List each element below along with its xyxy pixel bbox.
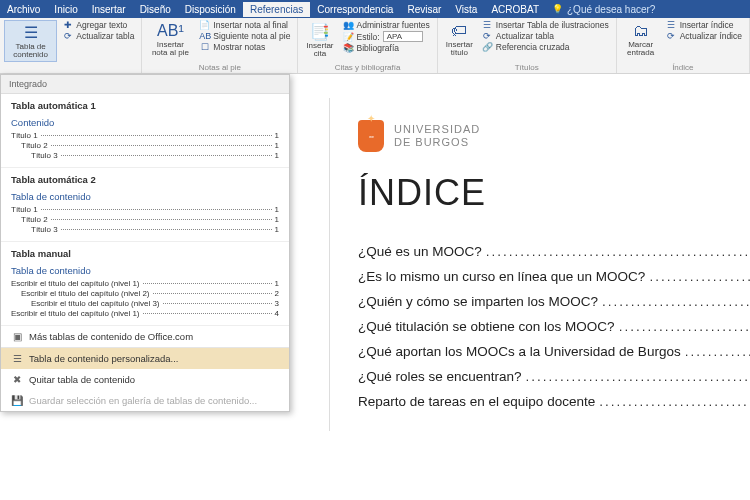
- add-text-label: Agregar texto: [76, 20, 127, 30]
- citation-icon: 📑: [310, 22, 330, 41]
- doc-toc-entry: ¿Qué es un MOOC?........................…: [358, 244, 750, 259]
- gallery-manual-subtitle: Tabla de contenido: [11, 265, 279, 276]
- document-title: ÍNDICE: [358, 172, 750, 214]
- manage-sources-label: Administrar fuentes: [357, 20, 430, 30]
- refresh-icon: ⟳: [666, 31, 677, 41]
- menu-referencias[interactable]: Referencias: [243, 2, 310, 17]
- insert-caption-button[interactable]: 🏷 Insertar título: [442, 20, 477, 59]
- doc-toc-entry: ¿Qué aportan los MOOCs a la Universidad …: [358, 344, 750, 359]
- ribbon-group-citations: 📑 Insertar cita 👥Administrar fuentes 📝Es…: [298, 18, 437, 73]
- toc-preview-line: Escribir el título del capítulo (nivel 1…: [11, 309, 279, 318]
- figures-icon: ☰: [482, 20, 493, 30]
- bibliography-button[interactable]: 📚Bibliografía: [340, 43, 433, 53]
- refresh-icon: ⟳: [482, 31, 493, 41]
- office-icon: ▣: [11, 331, 23, 342]
- crossref-label: Referencia cruzada: [496, 42, 570, 52]
- insert-citation-label: Insertar cita: [306, 42, 333, 58]
- toc-dropdown: Integrado Tabla automática 1 Contenido T…: [0, 74, 290, 412]
- more-toc-button[interactable]: ▣Más tablas de contenido de Office.com: [1, 326, 289, 347]
- toc-preview-line: Escribir el título del capítulo (nivel 1…: [11, 279, 279, 288]
- insert-footnote-button[interactable]: AB¹ Insertar nota al pie: [146, 20, 194, 59]
- doc-toc-entry: ¿Es lo mismo un curso en línea que un MO…: [358, 269, 750, 284]
- mark-entry-button[interactable]: 🗂 Marcar entrada: [621, 20, 661, 59]
- index-group-label: Índice: [621, 62, 745, 72]
- ribbon: ☰ Tabla de contenido ✚Agregar texto ⟳Act…: [0, 18, 750, 74]
- mark-icon: 🗂: [633, 22, 649, 40]
- ribbon-group-toc: ☰ Tabla de contenido ✚Agregar texto ⟳Act…: [0, 18, 142, 73]
- cross-reference-button[interactable]: 🔗Referencia cruzada: [479, 42, 612, 52]
- doc-toc-entry: ¿Qué roles se encuentran?...............…: [358, 369, 750, 384]
- toc-preview-line: Título 11: [11, 205, 279, 214]
- menu-disposición[interactable]: Disposición: [178, 2, 243, 17]
- index-icon: ☰: [666, 20, 677, 30]
- more-toc-label: Más tablas de contenido de Office.com: [29, 331, 193, 342]
- save-icon: 💾: [11, 395, 23, 406]
- insert-index-label: Insertar índice: [680, 20, 734, 30]
- insert-endnote-button[interactable]: 📄Insertar nota al final: [196, 20, 293, 30]
- manage-sources-button[interactable]: 👥Administrar fuentes: [340, 20, 433, 30]
- mark-entry-label: Marcar entrada: [625, 41, 657, 57]
- dropdown-header: Integrado: [1, 75, 289, 94]
- style-label: Estilo:: [357, 32, 380, 42]
- custom-toc-button[interactable]: ☰Tabla de contenido personalizada...: [1, 348, 289, 369]
- menu-revisar[interactable]: Revisar: [400, 2, 448, 17]
- update-index-button[interactable]: ⟳Actualizar índice: [663, 31, 745, 41]
- update-toc-label: Actualizar tabla: [76, 31, 134, 41]
- caption-icon: 🏷: [451, 22, 467, 40]
- toc-preview-line: Título 11: [11, 131, 279, 140]
- toc-preview-line: Escribir el título del capítulo (nivel 3…: [11, 299, 279, 308]
- university-header: ◦◦◦ UNIVERSIDAD DE BURGOS: [358, 120, 750, 152]
- main-menu: ArchivoInicioInsertarDiseñoDisposiciónRe…: [0, 2, 546, 17]
- remove-toc-button[interactable]: ✖Quitar tabla de contenido: [1, 369, 289, 390]
- sources-icon: 👥: [343, 20, 354, 30]
- lightbulb-icon: 💡: [552, 4, 563, 14]
- gallery-auto1-title: Tabla automática 1: [11, 100, 279, 111]
- next-footnote-button[interactable]: ABSiguiente nota al pie: [196, 31, 293, 41]
- doc-toc-entry: ¿Qué titulación se obtiene con los MOOC?…: [358, 319, 750, 334]
- shield-icon: ◦◦◦: [358, 120, 384, 152]
- gallery-manual[interactable]: Tabla manual Tabla de contenido Escribir…: [1, 242, 289, 326]
- save-toc-button: 💾Guardar selección en galería de tablas …: [1, 390, 289, 411]
- ribbon-group-footnotes: AB¹ Insertar nota al pie 📄Insertar nota …: [142, 18, 298, 73]
- bibliography-label: Bibliografía: [357, 43, 400, 53]
- menu-diseño[interactable]: Diseño: [133, 2, 178, 17]
- menu-insertar[interactable]: Insertar: [85, 2, 133, 17]
- next-footnote-label: Siguiente nota al pie: [213, 31, 290, 41]
- citations-group-label: Citas y bibliografía: [302, 62, 432, 72]
- style-icon: 📝: [343, 32, 354, 42]
- captions-group-label: Títulos: [442, 62, 612, 72]
- ribbon-group-captions: 🏷 Insertar título ☰Insertar Tabla de ilu…: [438, 18, 617, 73]
- insert-index-button[interactable]: ☰Insertar índice: [663, 20, 745, 30]
- plus-icon: ✚: [62, 20, 73, 30]
- add-text-button[interactable]: ✚Agregar texto: [59, 20, 137, 30]
- bib-icon: 📚: [343, 43, 354, 53]
- gallery-auto1[interactable]: Tabla automática 1 Contenido Título 11Tí…: [1, 94, 289, 168]
- toc-preview-line: Escribir el título del capítulo (nivel 2…: [11, 289, 279, 298]
- doc-toc-entry: Reparto de tareas en el equipo docente..…: [358, 394, 750, 409]
- style-select[interactable]: 📝Estilo: APA: [340, 31, 433, 42]
- ribbon-group-index: 🗂 Marcar entrada ☰Insertar índice ⟳Actua…: [617, 18, 750, 73]
- menu-inicio[interactable]: Inicio: [47, 2, 84, 17]
- gallery-auto2-title: Tabla automática 2: [11, 174, 279, 185]
- university-line1: UNIVERSIDAD: [394, 123, 480, 136]
- insert-citation-button[interactable]: 📑 Insertar cita: [302, 20, 337, 60]
- toc-preview-line: Título 31: [11, 151, 279, 160]
- menu-archivo[interactable]: Archivo: [0, 2, 47, 17]
- show-notes-button[interactable]: ☐Mostrar notas: [196, 42, 293, 52]
- remove-icon: ✖: [11, 374, 23, 385]
- update-index-label: Actualizar índice: [680, 31, 742, 41]
- style-value[interactable]: APA: [383, 31, 423, 42]
- insert-caption-label: Insertar título: [446, 41, 473, 57]
- update-captions-label: Actualizar tabla: [496, 31, 554, 41]
- document-toc-list: ¿Qué es un MOOC?........................…: [358, 244, 750, 409]
- toc-button[interactable]: ☰ Tabla de contenido: [4, 20, 57, 62]
- update-toc-button[interactable]: ⟳Actualizar tabla: [59, 31, 137, 41]
- menu-correspondencia[interactable]: Correspondencia: [310, 2, 400, 17]
- gallery-auto2[interactable]: Tabla automática 2 Tabla de contenido Tí…: [1, 168, 289, 242]
- update-captions-button[interactable]: ⟳Actualizar tabla: [479, 31, 612, 41]
- tell-me[interactable]: 💡 ¿Qué desea hacer?: [552, 4, 655, 15]
- menu-acrobat[interactable]: ACROBAT: [484, 2, 546, 17]
- remove-toc-label: Quitar tabla de contenido: [29, 374, 135, 385]
- menu-vista[interactable]: Vista: [448, 2, 484, 17]
- insert-figures-button[interactable]: ☰Insertar Tabla de ilustraciones: [479, 20, 612, 30]
